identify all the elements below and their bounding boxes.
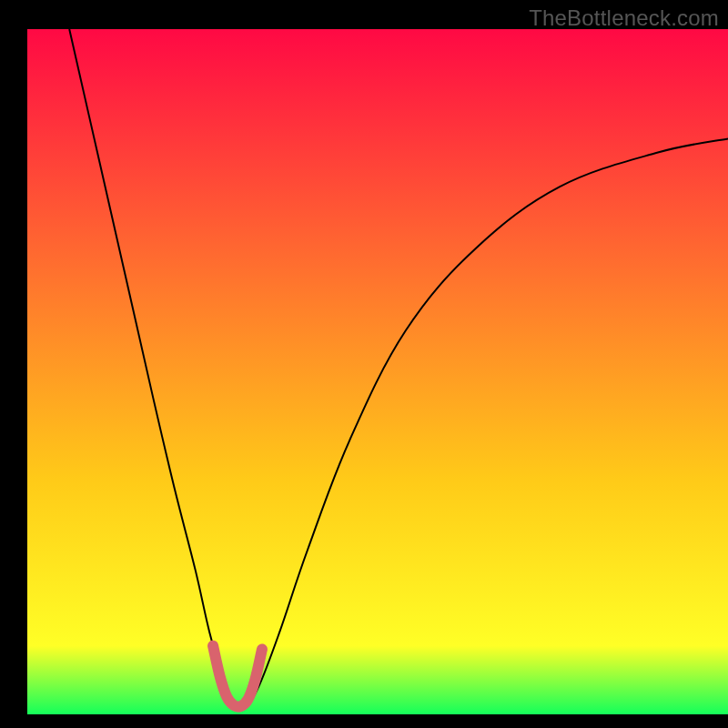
- chart-canvas: [0, 0, 728, 728]
- chart-frame: TheBottleneck.com: [0, 0, 728, 728]
- plot-background: [27, 29, 728, 714]
- watermark-text: TheBottleneck.com: [529, 5, 719, 31]
